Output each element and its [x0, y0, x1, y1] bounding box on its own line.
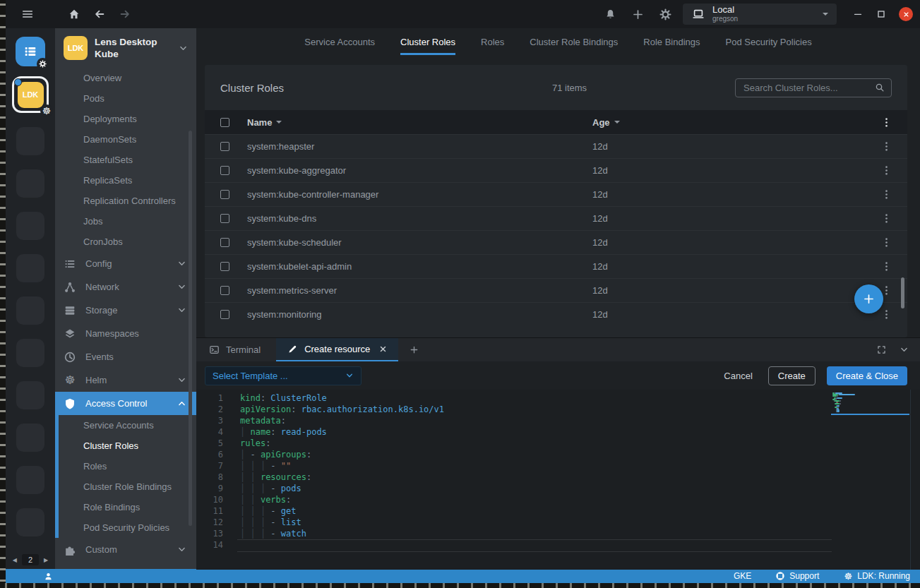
row-menu-icon[interactable]	[881, 189, 892, 200]
tab-cluster-role-bindings[interactable]: Cluster Role Bindings	[530, 28, 618, 55]
row-menu-icon[interactable]	[881, 261, 892, 272]
sidebar-item-deployments[interactable]: Deployments	[55, 109, 196, 129]
expand-dock-icon[interactable]	[877, 345, 886, 354]
sidebar-item-service-accounts[interactable]: Service Accounts	[55, 415, 196, 436]
sidebar-section-events[interactable]: Events	[55, 345, 196, 368]
row-menu-icon[interactable]	[881, 237, 892, 248]
status-support[interactable]: Support	[775, 571, 819, 581]
row-menu-icon[interactable]	[881, 165, 892, 176]
tab-service-accounts[interactable]: Service Accounts	[304, 28, 375, 55]
cluster-select-dropdown[interactable]: Local gregson	[683, 4, 837, 25]
table-row[interactable]: system:kube-scheduler12d	[205, 230, 907, 254]
settings-gear-icon[interactable]	[659, 8, 671, 20]
tab-roles[interactable]: Roles	[481, 28, 504, 55]
close-window-button[interactable]	[899, 7, 913, 21]
new-dock-tab-icon[interactable]	[410, 345, 419, 354]
add-resource-button[interactable]	[854, 284, 883, 313]
column-age[interactable]: Age	[592, 117, 875, 128]
sidebar-item-daemonsets[interactable]: DaemonSets	[55, 129, 196, 150]
status-gke[interactable]: GKE	[734, 571, 751, 581]
row-checkbox[interactable]	[220, 238, 229, 247]
row-menu-icon[interactable]	[881, 141, 892, 152]
cancel-button[interactable]: Cancel	[724, 371, 752, 381]
sidebar-item-cluster-roles[interactable]: Cluster Roles	[55, 436, 196, 456]
sidebar-item-overview[interactable]: Overview	[55, 68, 196, 88]
template-select[interactable]: Select Template ...	[205, 366, 362, 385]
editor-minimap[interactable]	[831, 392, 909, 434]
cluster-ldk-button[interactable]: LDK ☸	[12, 76, 49, 113]
row-checkbox[interactable]	[220, 262, 229, 271]
tab-cluster-roles[interactable]: Cluster Roles	[400, 28, 455, 55]
select-all-checkbox[interactable]	[220, 118, 229, 127]
sidebar-item-replication-controllers[interactable]: Replication Controllers	[55, 191, 196, 211]
row-menu-icon[interactable]	[881, 309, 892, 320]
home-icon[interactable]	[68, 8, 80, 20]
page-next-icon[interactable]: ▶	[44, 557, 48, 563]
table-row[interactable]: system:monitoring12d	[205, 302, 907, 326]
maximize-icon[interactable]	[876, 8, 887, 20]
row-checkbox[interactable]	[220, 166, 229, 175]
dock-tab-create-resource[interactable]: Create resource	[276, 338, 398, 361]
chevron-down-icon[interactable]	[179, 44, 188, 53]
notifications-bell-icon[interactable]	[604, 8, 616, 20]
create-and-close-button[interactable]: Create & Close	[827, 366, 907, 385]
sidebar-item-jobs[interactable]: Jobs	[55, 211, 196, 232]
screen: Local gregson LDK ☸	[0, 0, 920, 588]
pencil-icon	[287, 344, 298, 354]
sidebar-item-cluster-role-bindings[interactable]: Cluster Role Bindings	[55, 476, 196, 497]
status-ldk-running[interactable]: ☸LDK: Running	[843, 571, 910, 581]
search-input[interactable]	[742, 82, 871, 94]
forward-icon[interactable]	[119, 8, 131, 20]
sidebar-item-role-bindings[interactable]: Role Bindings	[55, 497, 196, 517]
page-prev-icon[interactable]: ◀	[13, 557, 17, 563]
row-checkbox[interactable]	[220, 286, 229, 295]
tab-role-bindings[interactable]: Role Bindings	[643, 28, 700, 55]
sidebar-item-replicasets[interactable]: ReplicaSets	[55, 170, 196, 191]
sidebar-section-storage[interactable]: Storage	[55, 299, 196, 322]
sidebar-item-roles[interactable]: Roles	[55, 456, 196, 476]
minimize-icon[interactable]	[852, 8, 864, 20]
sidebar-item-cronjobs[interactable]: CronJobs	[55, 232, 196, 252]
table-row[interactable]: system:metrics-server12d	[205, 278, 907, 302]
tab-pod-security-policies[interactable]: Pod Security Policies	[726, 28, 812, 55]
user-icon[interactable]	[44, 572, 53, 581]
sidebar-section-access-control[interactable]: Access Control	[55, 392, 196, 415]
sidebar-section-label: Events	[85, 352, 186, 362]
menu-icon[interactable]	[21, 8, 34, 20]
row-checkbox[interactable]	[220, 142, 229, 151]
add-plus-icon[interactable]	[632, 8, 644, 20]
sidebar-section-config[interactable]: Config	[55, 252, 196, 275]
sidebar-item-pods[interactable]: Pods	[55, 88, 196, 109]
close-tab-icon[interactable]	[379, 345, 387, 353]
row-menu-icon[interactable]	[881, 285, 892, 296]
sidebar-item-pod-security-policies[interactable]: Pod Security Policies	[55, 517, 196, 538]
dock-tab-terminal[interactable]: Terminal	[205, 338, 265, 361]
sidebar-section-helm[interactable]: ☸Helm	[55, 368, 196, 392]
sidebar-section-namespaces[interactable]: Namespaces	[55, 322, 196, 345]
row-checkbox[interactable]	[220, 190, 229, 199]
row-name: system:kube-controller-manager	[247, 189, 592, 200]
table-scrollbar[interactable]	[901, 277, 904, 308]
collapse-dock-chevron-icon[interactable]	[900, 345, 909, 354]
window-controls	[852, 7, 913, 21]
row-checkbox[interactable]	[220, 310, 229, 319]
sidebar-scrollbar[interactable]	[189, 131, 192, 526]
create-button[interactable]: Create	[768, 366, 816, 385]
cluster-slot-empty	[16, 339, 44, 367]
sidebar-item-statefulsets[interactable]: StatefulSets	[55, 150, 196, 170]
table-row[interactable]: system:kubelet-api-admin12d	[205, 254, 907, 278]
table-row[interactable]: system:heapster12d	[205, 134, 907, 158]
table-menu-icon[interactable]	[881, 117, 892, 128]
back-icon[interactable]	[93, 8, 106, 20]
table-row[interactable]: system:kube-aggregator12d	[205, 158, 907, 182]
sidebar-header[interactable]: LDK Lens DesktopKube	[55, 28, 196, 68]
row-checkbox[interactable]	[220, 214, 229, 223]
sidebar-section-network[interactable]: Network	[55, 275, 196, 299]
yaml-editor[interactable]: 1kind: ClusterRole2apiVersion: rbac.auth…	[196, 390, 920, 570]
table-row[interactable]: system:kube-dns12d	[205, 206, 907, 230]
column-name[interactable]: Name	[247, 117, 592, 128]
table-row[interactable]: system:kube-controller-manager12d	[205, 182, 907, 206]
sidebar-section-custom[interactable]: Custom	[55, 538, 196, 561]
catalog-button[interactable]	[16, 37, 45, 66]
row-menu-icon[interactable]	[881, 213, 892, 224]
